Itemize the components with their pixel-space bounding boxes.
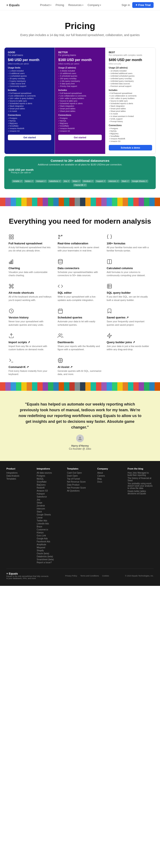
feature-title: Full featured spreadsheet (8, 242, 53, 245)
footer-cookies[interactable]: Cookies (102, 575, 109, 577)
footer-link[interactable]: Smartsheet (beta) (37, 558, 63, 561)
card-c-inc-4: Source to table sync (109, 100, 152, 102)
feature-desc: Write to your spreadsheet with a live-up… (58, 295, 102, 302)
footer-link[interactable]: Report a Issue? (37, 561, 63, 564)
footer-link[interactable]: Braze (37, 525, 63, 528)
footer-link[interactable]: LinkedIn Ads (37, 523, 63, 525)
card-inc-8: AI Assist (8, 110, 51, 112)
footer-privacy[interactable]: Privacy Policy (65, 575, 77, 577)
footer-link[interactable]: Blog (97, 478, 123, 480)
footer-link[interactable]: Linear (37, 517, 63, 519)
nav-signin[interactable]: Sign in (122, 3, 130, 7)
footer-link[interactable]: Howto better tables decisions at Equals (128, 490, 154, 495)
card-tier-better: Better (58, 51, 101, 54)
footer-link[interactable]: Salesforce (37, 496, 63, 498)
footer-col-title: Integrations (37, 467, 63, 470)
footer-link[interactable]: Cash Out Open (67, 472, 93, 474)
navbar: ≡ Equals Product▾ Pricing Resources▾ Com… (0, 0, 160, 10)
footer-link[interactable]: Net Promoter Score (67, 487, 93, 489)
connector-item: Stripe ↗ (71, 180, 81, 183)
footer-link[interactable]: Google Sheets (37, 514, 63, 516)
footer-link[interactable]: Jira (37, 499, 63, 501)
footer-link[interactable]: Facebook Ads (37, 540, 63, 543)
footer-link[interactable]: BigQuery (37, 484, 63, 486)
card-usage-title-better: Usage (3 admins) (58, 67, 101, 69)
card-c-inc-2: Live collaboration & comments (109, 95, 152, 97)
footer-link[interactable]: How Joko Managed to build their reportin… (128, 472, 154, 476)
footer-link[interactable]: Data Analysis (6, 475, 32, 477)
testimonial-author: Harry d'Hermy Co-founder @ Joko (18, 444, 142, 450)
feature-item: Full featured spreadsheet A truly full-f… (8, 234, 53, 252)
footer-link[interactable]: Customer.io (37, 528, 63, 531)
card-b-usage-2: 10 additional users (58, 72, 101, 74)
footer-link[interactable]: Oracle (beta) (37, 552, 63, 555)
feature-title: Command+K ↗ (8, 365, 53, 369)
footer-link[interactable]: Templates (6, 478, 32, 480)
users-icon (58, 333, 64, 339)
footer-link[interactable]: Zendesk (37, 504, 63, 507)
footer-link[interactable]: Redshift (37, 487, 63, 489)
card-c-usage-1: 10 sheets included (109, 70, 152, 72)
footer-link[interactable]: Dash Open (67, 475, 93, 477)
footer-link[interactable]: Amazon S3 (37, 490, 63, 492)
nav-company[interactable]: Company▾ (88, 3, 101, 7)
footer-link[interactable]: Hubspot (37, 493, 63, 495)
feature-title: 100+ formulas (107, 242, 152, 245)
footer-link[interactable]: Guru Link (37, 534, 63, 537)
footer-link[interactable]: About (97, 472, 123, 474)
feature-title: Version history (8, 316, 53, 319)
card-btn-good[interactable]: Get started (8, 135, 51, 140)
footer-link[interactable]: Docs (97, 480, 123, 483)
nav-logo[interactable]: ≡ Equals (6, 3, 20, 7)
footer-link[interactable]: The history of financial at Seed (128, 477, 154, 482)
footer-link[interactable]: Data Product (67, 484, 93, 486)
svg-rect-8 (11, 261, 11, 264)
footer-link[interactable]: Mixpanel (37, 546, 63, 549)
connector-price-detail: Pricing is 'per add-on' (8, 172, 33, 174)
footer-link[interactable]: Snowflake (37, 480, 63, 483)
footer-link[interactable]: Shopify (37, 549, 63, 552)
nav-cta-button[interactable]: ✦ Free Trial (132, 2, 154, 8)
footer-link[interactable]: Net Revenue Score (67, 480, 93, 483)
card-btn-best[interactable]: Schedule a demo (109, 145, 152, 151)
nav-resources[interactable]: Resources▾ (68, 3, 83, 7)
feature-item: SQL query builder If you don't like SQL,… (107, 283, 152, 302)
card-b-conn-6: Amazon S3 (58, 130, 101, 132)
footer-link[interactable]: Careers (97, 475, 123, 477)
pricing-card-better: Better For growing teams $160 USD per mo… (55, 48, 105, 154)
card-btn-better[interactable]: Get started (58, 135, 101, 140)
footer-link[interactable]: Klaviyo (37, 531, 63, 534)
footer-link[interactable]: Intercom (37, 507, 63, 510)
card-b-conn-3: BigQuery (58, 122, 101, 124)
footer-link[interactable]: Twitter Ads (37, 520, 63, 522)
footer-link[interactable]: Postgres (37, 475, 63, 477)
nav-pricing[interactable]: Pricing (56, 3, 64, 7)
footer-link[interactable]: Integrations (6, 472, 32, 474)
footer-link[interactable]: All data sources (37, 472, 63, 474)
footer-link[interactable]: Amplitude (37, 544, 63, 546)
footer-link[interactable]: MySQL (37, 478, 63, 480)
footer-link[interactable]: Slack (37, 510, 63, 513)
card-b-inc-1: Full featured spreadsheet (58, 92, 101, 94)
nav-product[interactable]: Product▾ (40, 3, 52, 7)
footer-link[interactable]: All Questions (67, 490, 93, 492)
footer-links-bottom: Privacy Policy Terms and Conditions Cook… (65, 575, 109, 577)
connector-item: Airtable ↗ (12, 180, 23, 183)
footer-link[interactable]: Top of Funnel (67, 478, 93, 480)
feature-title: Charting (8, 267, 53, 270)
footer-top: ProductIntegrationsData AnalysisTemplate… (6, 467, 154, 564)
card-b-inc-7: Smart pivot tables (58, 107, 101, 110)
footer-link[interactable]: Google Ads (37, 537, 63, 540)
connector-item: Fauna DB ↗ (73, 184, 87, 187)
feature-desc: If you don't like SQL, we can let visual… (107, 295, 152, 302)
footer-terms[interactable]: Terms and Conditions (80, 575, 99, 577)
feature-item: Data connectors Schedule your spreadshee… (58, 259, 102, 277)
footer-link[interactable]: Stripe (37, 501, 63, 504)
footer-link[interactable]: Databricks (beta) (37, 555, 63, 558)
card-b-usage-4: 250 query runs/day (58, 78, 101, 80)
database-icon (58, 259, 64, 265)
card-tier-good: Good (8, 51, 51, 54)
svg-rect-18 (58, 309, 63, 313)
footer-link[interactable]: You probably using excel, doesn't work y… (128, 482, 154, 489)
connector-detail: $100 USD per month Pricing is 'per add-o… (8, 168, 152, 187)
